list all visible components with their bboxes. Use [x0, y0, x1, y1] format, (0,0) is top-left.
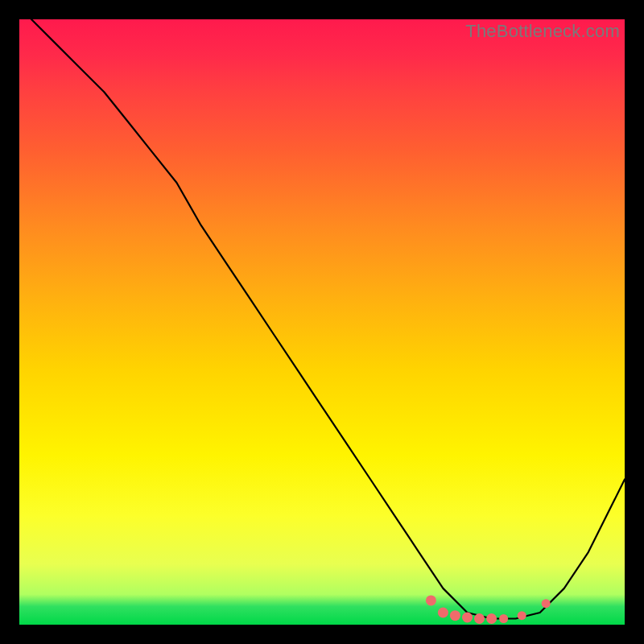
highlight-marker [426, 595, 436, 605]
highlight-marker [474, 613, 485, 624]
highlight-marker [486, 613, 497, 624]
chart-frame: TheBottleneck.com [19, 19, 625, 625]
highlight-marker [450, 610, 460, 621]
bottleneck-curve-line [31, 19, 625, 619]
highlight-marker [518, 611, 526, 620]
highlight-marker [438, 608, 448, 618]
highlight-marker [499, 614, 508, 623]
highlight-marker [542, 599, 551, 608]
highlight-marker-group [426, 595, 551, 624]
chart-svg [19, 19, 625, 625]
highlight-marker [462, 613, 473, 623]
